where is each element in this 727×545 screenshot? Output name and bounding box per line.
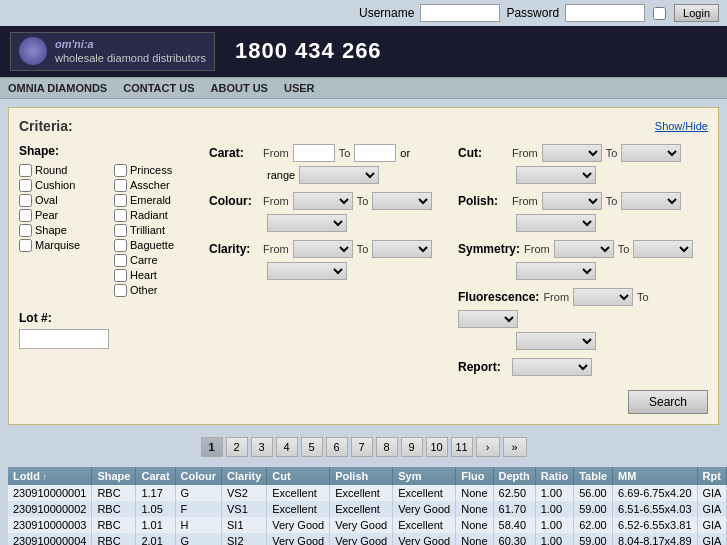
search-button[interactable]: Search [628,390,708,414]
nav-contact-us[interactable]: CONTACT US [123,82,194,94]
page-last[interactable]: » [503,437,527,457]
col-header-carat[interactable]: Carat [136,467,175,485]
symmetry-to-select[interactable] [633,240,693,258]
lot-input[interactable] [19,329,109,349]
page-btn-5[interactable]: 5 [301,437,323,457]
login-button[interactable]: Login [674,4,719,22]
page-btn-8[interactable]: 8 [376,437,398,457]
page-btn-1[interactable]: 1 [201,437,223,457]
shape-oval[interactable]: Oval [19,194,104,207]
cell-fluo: None [456,485,493,501]
page-next[interactable]: › [476,437,500,457]
polish-label: Polish: [458,194,508,208]
shape-marquise[interactable]: Marquise [19,239,104,252]
page-btn-4[interactable]: 4 [276,437,298,457]
col-header-rpt[interactable]: Rpt [697,467,727,485]
col-header-polish[interactable]: Polish [330,467,393,485]
table-row[interactable]: 230910000002RBC1.05FVS1ExcellentExcellen… [8,501,727,517]
cell-colour: G [175,485,221,501]
page-btn-10[interactable]: 10 [426,437,448,457]
username-input[interactable] [420,4,500,22]
colour-dropdown-row [267,214,448,232]
page-btn-3[interactable]: 3 [251,437,273,457]
page-btn-11[interactable]: 11 [451,437,473,457]
symmetry-dropdown[interactable] [516,262,596,280]
cell-rpt: GIA [697,533,727,545]
shape-trilliant[interactable]: Trilliant [114,224,199,237]
cut-from-select[interactable] [542,144,602,162]
clarity-filter: Clarity: From To [209,240,448,258]
table-row[interactable]: 230910000004RBC2.01GSI2Very GoodVery Goo… [8,533,727,545]
shape-round[interactable]: Round [19,164,104,177]
page-btn-2[interactable]: 2 [226,437,248,457]
cell-shape: RBC [92,485,136,501]
show-hide-toggle[interactable]: Show/Hide [655,120,708,132]
shape-asscher[interactable]: Asscher [114,179,199,192]
col-header-ratio[interactable]: Ratio [535,467,574,485]
carat-range-select[interactable] [299,166,379,184]
shape-cushion[interactable]: Cushion [19,179,104,192]
cell-cut: Very Good [267,533,330,545]
criteria-title: Criteria: [19,118,73,134]
symmetry-from-select[interactable] [554,240,614,258]
report-select[interactable] [512,358,592,376]
col-header-cut[interactable]: Cut [267,467,330,485]
fluorescence-dropdown[interactable] [516,332,596,350]
cell-fluo: None [456,501,493,517]
clarity-dropdown[interactable] [267,262,347,280]
shape-other[interactable]: Other [114,284,199,297]
carat-to-input[interactable] [354,144,396,162]
shape-radiant[interactable]: Radiant [114,209,199,222]
col-header-depth[interactable]: Depth [493,467,535,485]
symmetry-label: Symmetry: [458,242,520,256]
nav-user[interactable]: USER [284,82,315,94]
shape-heart[interactable]: Heart [114,269,199,282]
nav-bar: OMNIA DIAMONDS CONTACT US ABOUT US USER [0,77,727,99]
remember-checkbox[interactable] [653,7,666,20]
cell-fluo: None [456,533,493,545]
cell-sym: Excellent [393,517,456,533]
cell-lotid: 230910000003 [8,517,92,533]
col-header-clarity[interactable]: Clarity [222,467,267,485]
fluorescence-to-select[interactable] [458,310,518,328]
polish-to-select[interactable] [621,192,681,210]
table-row[interactable]: 230910000001RBC1.17GVS2ExcellentExcellen… [8,485,727,501]
colour-from-select[interactable] [293,192,353,210]
col-header-lotid[interactable]: LotId ↑ [8,467,92,485]
carat-from-input[interactable] [293,144,335,162]
table-body: 230910000001RBC1.17GVS2ExcellentExcellen… [8,485,727,545]
colour-to-select[interactable] [372,192,432,210]
criteria-body: Shape: Round Princess Cushion Asscher Ov… [19,144,708,384]
colour-dropdown[interactable] [267,214,347,232]
col-header-table[interactable]: Table [574,467,613,485]
shape-princess[interactable]: Princess [114,164,199,177]
nav-omnia-diamonds[interactable]: OMNIA DIAMONDS [8,82,107,94]
nav-about-us[interactable]: ABOUT US [211,82,268,94]
page-btn-7[interactable]: 7 [351,437,373,457]
polish-from-select[interactable] [542,192,602,210]
cell-polish: Very Good [330,517,393,533]
cut-dropdown[interactable] [516,166,596,184]
col-header-fluo[interactable]: Fluo [456,467,493,485]
page-btn-9[interactable]: 9 [401,437,423,457]
shape-emerald[interactable]: Emerald [114,194,199,207]
cut-to-select[interactable] [621,144,681,162]
clarity-from-select[interactable] [293,240,353,258]
col-header-mm[interactable]: MM [613,467,697,485]
fluorescence-from-select[interactable] [573,288,633,306]
col-header-colour[interactable]: Colour [175,467,221,485]
clarity-to-select[interactable] [372,240,432,258]
shape-baguette[interactable]: Baguette [114,239,199,252]
shape-shape[interactable]: Shape [19,224,104,237]
table-row[interactable]: 230910000003RBC1.01HSI1Very GoodVery Goo… [8,517,727,533]
col-header-shape[interactable]: Shape [92,467,136,485]
page-btn-6[interactable]: 6 [326,437,348,457]
carat-or-text: or [400,147,410,159]
col-header-sym[interactable]: Sym [393,467,456,485]
shape-pear[interactable]: Pear [19,209,104,222]
polish-dropdown[interactable] [516,214,596,232]
cell-ratio: 1.00 [535,533,574,545]
cell-colour: H [175,517,221,533]
password-input[interactable] [565,4,645,22]
shape-carre[interactable]: Carre [114,254,199,267]
